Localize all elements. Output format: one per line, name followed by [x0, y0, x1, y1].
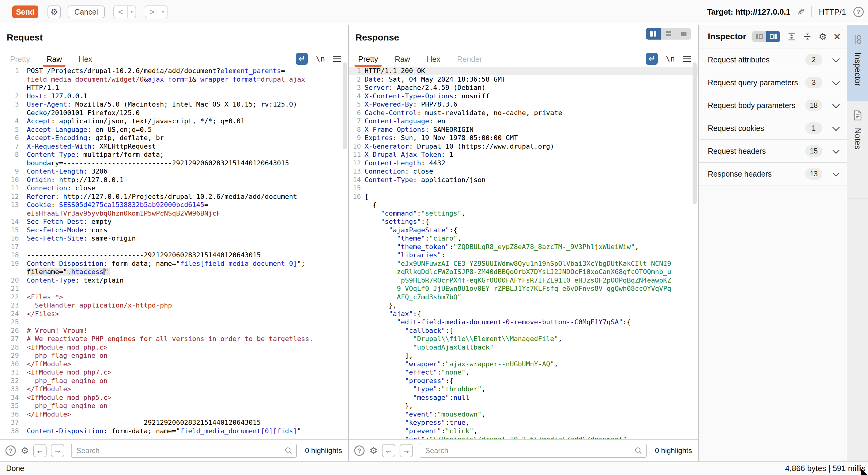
editor-menu-icon[interactable]	[683, 56, 691, 62]
back-dropdown-icon[interactable]: ▾	[127, 6, 135, 18]
code-line[interactable]: AFQ_c7md3shm7bQ"	[349, 293, 698, 302]
code-line[interactable]: zqRlkgDdlcFWZoISJP8-ZM40dBBQoOrbX7DYsLJ2…	[349, 267, 698, 276]
layout-columns-button[interactable]	[646, 28, 661, 40]
inspector-close-icon[interactable]: ×	[834, 32, 841, 41]
response-search-input[interactable]	[420, 444, 647, 457]
code-line[interactable]: 32 php_flag engine on	[0, 377, 348, 385]
request-scrollbar[interactable]	[343, 62, 347, 149]
forward-arrow-icon[interactable]: >	[145, 6, 159, 18]
inspector-section-request-headers[interactable]: Request headers15	[699, 140, 847, 163]
code-line[interactable]: "theme_token":"ZQDBULqR8_eypZ8eA78_8azcT…	[349, 243, 698, 251]
prev-match-button[interactable]: ←	[382, 444, 395, 457]
code-line[interactable]: 2Host: 127.0.0.1	[0, 92, 348, 100]
search-settings-icon[interactable]: ⚙	[21, 445, 29, 456]
code-line[interactable]: "settings":{	[349, 217, 698, 226]
code-line[interactable]: 16[	[349, 192, 698, 201]
response-tab-raw[interactable]: Raw	[395, 52, 410, 67]
response-scrollbar[interactable]	[692, 62, 697, 204]
send-settings-button[interactable]: ⚙	[48, 5, 61, 18]
code-line[interactable]: eIsHfaaETVr3av95yvbqQhzn0kom1P5wPcNSqB2V…	[0, 209, 348, 218]
layout-rows-button[interactable]	[661, 28, 676, 40]
collapse-all-icon[interactable]	[803, 32, 812, 41]
code-line[interactable]: 5X-Powered-By: PHP/8.3.6	[349, 100, 698, 109]
code-line[interactable]: 37-----------------------------292129206…	[0, 418, 348, 427]
response-tab-hex[interactable]: Hex	[427, 52, 440, 67]
response-tab-render[interactable]: Render	[457, 52, 482, 67]
layout-tabs-button[interactable]	[676, 28, 691, 40]
code-line[interactable]: boundary=---------------------------2921…	[0, 159, 348, 167]
code-line[interactable]: 15Sec-Fetch-Mode: cors	[0, 226, 348, 234]
code-line[interactable]: 7X-Requested-With: XMLHttpRequest	[0, 142, 348, 151]
code-line[interactable]: 11X-Drupal-Ajax-Token: 1	[349, 150, 698, 159]
code-line[interactable]: "Drupal\\file\\Element\\ManagedFile",	[349, 335, 698, 343]
inspector-section-request-body-parameters[interactable]: Request body parameters18	[699, 94, 847, 117]
code-line[interactable]: "ajax":{	[349, 310, 698, 318]
code-line[interactable]: 27# We reactivate PHP engines for all ve…	[0, 335, 348, 343]
code-line[interactable]: 3User-Agent: Mozilla/5.0 (Macintosh; Int…	[0, 100, 348, 109]
code-line[interactable]: 1HTTP/1.1 200 OK	[349, 67, 698, 75]
dock-left-button[interactable]	[752, 31, 766, 42]
code-line[interactable]: ],	[349, 351, 698, 360]
code-line[interactable]: 31<IfModule mod_php7.c>	[0, 368, 348, 377]
code-line[interactable]: 22<Files *>	[0, 293, 348, 302]
code-line[interactable]: 14Content-Type: application/json	[349, 176, 698, 184]
code-line[interactable]: _pS9HLbR7ROcrPX4f-eqKGrOQ00FAFYFsR7IFZL9…	[349, 276, 698, 285]
code-line[interactable]: },	[349, 301, 698, 310]
code-line[interactable]: 24</Files>	[0, 310, 348, 318]
code-line[interactable]: 1POST /Projects/drupal-10.2.6/media/add/…	[0, 67, 348, 75]
prev-match-button[interactable]: ←	[33, 444, 46, 457]
code-line[interactable]: 12Content-Length: 4432	[349, 159, 698, 167]
code-line[interactable]: "edit-field-media-document-0-remove-butt…	[349, 318, 698, 326]
inspector-section-request-query-parameters[interactable]: Request query parameters3	[699, 71, 847, 94]
response-editor[interactable]: 1HTTP/1.1 200 OK2Date: Sat, 04 May 2024 …	[349, 67, 698, 439]
help-icon[interactable]: ?	[854, 7, 864, 17]
code-line[interactable]: 10X-Generator: Drupal 10 (https://www.dr…	[349, 142, 698, 151]
code-line[interactable]: 8X-Frame-Options: SAMEORIGIN	[349, 125, 698, 134]
prev-request-button[interactable]: < ▾	[113, 5, 136, 18]
code-line[interactable]: 13Cookie: SESS05d4275ca1538832b5ab92000b…	[0, 201, 348, 209]
code-line[interactable]: "theme":"claro",	[349, 234, 698, 243]
code-line[interactable]: 34<IfModule mod_php5.c>	[0, 393, 348, 402]
code-line[interactable]: 33</IfModule>	[0, 385, 348, 393]
code-line[interactable]: "progress":{	[349, 377, 698, 385]
forward-dropdown-icon[interactable]: ▾	[159, 6, 167, 18]
code-line[interactable]: HTTP/1.1	[0, 84, 348, 92]
code-line[interactable]: 2Date: Sat, 04 May 2024 18:36:58 GMT	[349, 75, 698, 84]
back-arrow-icon[interactable]: <	[114, 6, 127, 18]
code-line[interactable]: 19Content-Disposition: form-data; name="…	[0, 259, 348, 268]
show-newlines-toggle[interactable]: \n	[316, 55, 325, 63]
code-line[interactable]: "message":null	[349, 393, 698, 402]
code-line[interactable]: 12Referer: http://127.0.0.1/Projects/dru…	[0, 192, 348, 201]
response-tab-pretty[interactable]: Pretty	[358, 52, 378, 67]
code-line[interactable]: 5Accept-Language: en-US,en;q=0.5	[0, 125, 348, 134]
code-line[interactable]: 16Sec-Fetch-Site: same-origin	[0, 234, 348, 243]
code-line[interactable]: field_media_document/widget/0&ajax_form=…	[0, 75, 348, 84]
cancel-button[interactable]: Cancel	[68, 5, 105, 18]
show-newlines-toggle[interactable]: \n	[666, 55, 675, 63]
code-line[interactable]: "prevent":"click",	[349, 427, 698, 435]
protocol-selector[interactable]: HTTP/1	[819, 7, 846, 17]
code-line[interactable]: 7Content-language: en	[349, 117, 698, 125]
code-line[interactable]: 35 php_flag engine on	[0, 402, 348, 410]
sidebar-tab-inspector[interactable]: Inspector	[847, 25, 868, 101]
request-editor[interactable]: 1POST /Projects/drupal-10.2.6/media/add/…	[0, 67, 348, 439]
editor-menu-icon[interactable]	[333, 56, 341, 62]
code-line[interactable]: 11Connection: close	[0, 184, 348, 192]
code-line[interactable]: 38Content-Disposition: form-data; name="…	[0, 427, 348, 435]
sidebar-tab-notes[interactable]: Notes	[847, 101, 868, 199]
code-line[interactable]: },	[349, 402, 698, 410]
code-line[interactable]: 20Content-Type: text/plain	[0, 276, 348, 285]
search-help-icon[interactable]: ?	[5, 445, 16, 456]
code-line[interactable]: 6Accept-Encoding: gzip, deflate, br	[0, 134, 348, 142]
code-line[interactable]: "callback":[	[349, 326, 698, 335]
code-line[interactable]: 18-----------------------------292129206…	[0, 251, 348, 259]
code-line[interactable]: 29 php_flag engine on	[0, 351, 348, 360]
code-line[interactable]: 9Content-Length: 3206	[0, 167, 348, 176]
request-search-input[interactable]	[71, 444, 297, 457]
inspector-section-response-headers[interactable]: Response headers13	[699, 163, 847, 185]
edit-target-icon[interactable]: ✎	[797, 7, 805, 18]
code-line[interactable]: 8Content-Type: multipart/form-data;	[0, 150, 348, 159]
code-line[interactable]: 9Expires: Sun, 19 Nov 1978 05:00:00 GMT	[349, 134, 698, 142]
next-match-button[interactable]: →	[400, 444, 413, 457]
send-button[interactable]: Send	[12, 5, 38, 18]
